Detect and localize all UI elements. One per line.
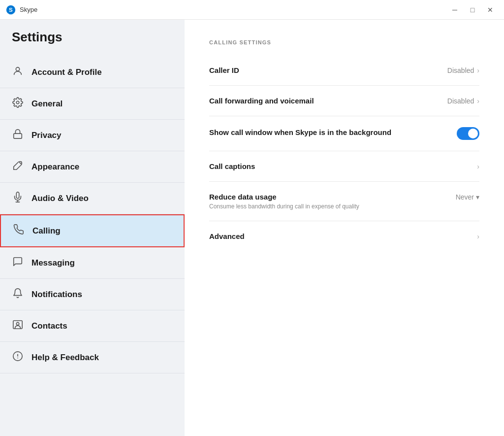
sidebar-item-audio-video-label: Audio & Video <box>32 194 89 203</box>
sidebar-item-notifications[interactable]: Notifications <box>0 279 185 310</box>
skype-logo-icon: S <box>6 5 16 15</box>
section-title: CALLING SETTINGS <box>209 39 479 45</box>
minimize-button[interactable]: ─ <box>447 4 463 16</box>
call-forwarding-label: Call forwarding and voicemail <box>209 97 314 105</box>
caller-id-chevron-icon: › <box>477 67 479 74</box>
sidebar-item-appearance-label: Appearance <box>32 162 79 172</box>
call-window-toggle[interactable] <box>457 127 479 140</box>
sidebar-item-help[interactable]: Help & Feedback <box>0 342 185 373</box>
contact-icon <box>12 319 24 333</box>
sidebar-item-messaging[interactable]: Messaging <box>0 247 185 279</box>
caller-id-value: Disabled › <box>447 67 479 74</box>
svg-rect-4 <box>14 134 22 138</box>
window-controls: ─ □ ✕ <box>447 4 498 16</box>
sidebar: Settings Account & Profile General Priva… <box>0 20 185 436</box>
reduce-data-desc: Consume less bandwidth during call in ex… <box>209 203 479 210</box>
phone-icon <box>13 224 25 237</box>
svg-text:S: S <box>9 6 13 13</box>
sidebar-item-privacy[interactable]: Privacy <box>0 120 185 151</box>
main-layout: Settings Account & Profile General Priva… <box>0 20 504 436</box>
sidebar-item-account-label: Account & Profile <box>32 67 102 77</box>
svg-point-3 <box>16 101 19 104</box>
advanced-chevron-icon: › <box>477 233 479 240</box>
call-captions-chevron-icon: › <box>477 163 479 170</box>
close-button[interactable]: ✕ <box>482 4 498 16</box>
lock-icon <box>12 129 24 142</box>
info-icon <box>12 351 24 364</box>
call-window-row: Show call window when Skype is in the ba… <box>209 116 479 151</box>
call-captions-value: › <box>477 163 479 170</box>
call-captions-label: Call captions <box>209 162 255 170</box>
reduce-data-value: Never ▾ <box>456 193 479 201</box>
sidebar-item-privacy-label: Privacy <box>32 131 62 140</box>
call-captions-row[interactable]: Call captions › <box>209 151 479 182</box>
sidebar-item-general[interactable]: General <box>0 88 185 120</box>
sidebar-item-appearance[interactable]: Appearance <box>0 151 185 183</box>
advanced-label: Advanced <box>209 232 245 240</box>
reduce-data-row: Reduce data usage Never ▾ Consume less b… <box>209 182 479 221</box>
person-icon <box>12 66 24 79</box>
call-forwarding-chevron-icon: › <box>477 97 479 105</box>
svg-point-2 <box>16 67 19 71</box>
reduce-data-header[interactable]: Reduce data usage Never ▾ <box>209 193 479 201</box>
sidebar-item-contacts[interactable]: Contacts <box>0 310 185 342</box>
microphone-icon <box>12 192 24 205</box>
sidebar-item-calling-label: Calling <box>32 226 61 236</box>
reduce-data-label: Reduce data usage <box>209 193 277 201</box>
sidebar-item-notifications-label: Notifications <box>32 290 82 300</box>
gear-icon <box>12 97 24 110</box>
caller-id-row[interactable]: Caller ID Disabled › <box>209 55 479 86</box>
sidebar-item-account[interactable]: Account & Profile <box>0 57 185 88</box>
caller-id-label: Caller ID <box>209 66 239 74</box>
bell-icon <box>12 288 24 301</box>
advanced-value: › <box>477 233 479 240</box>
title-bar: S Skype ─ □ ✕ <box>0 0 504 20</box>
call-window-label: Show call window when Skype is in the ba… <box>209 127 391 137</box>
svg-point-9 <box>16 322 19 325</box>
title-bar-left: S Skype <box>6 5 37 15</box>
call-forwarding-row[interactable]: Call forwarding and voicemail Disabled › <box>209 86 479 116</box>
call-forwarding-value: Disabled › <box>447 97 479 105</box>
svg-line-5 <box>20 163 21 164</box>
sidebar-item-help-label: Help & Feedback <box>32 353 99 363</box>
content-area: CALLING SETTINGS Caller ID Disabled › Ca… <box>185 20 504 436</box>
sidebar-item-calling[interactable]: Calling <box>0 214 185 247</box>
toggle-slider <box>457 127 479 140</box>
app-title: Skype <box>20 6 37 13</box>
sidebar-item-general-label: General <box>32 99 63 109</box>
advanced-row[interactable]: Advanced › <box>209 221 479 251</box>
chat-icon <box>12 256 24 269</box>
maximize-button[interactable]: □ <box>465 4 480 16</box>
sidebar-item-messaging-label: Messaging <box>32 258 75 268</box>
brush-icon <box>12 160 24 173</box>
sidebar-item-contacts-label: Contacts <box>32 321 67 331</box>
reduce-data-dropdown-icon: ▾ <box>476 193 479 201</box>
svg-rect-8 <box>13 321 22 329</box>
sidebar-item-audio-video[interactable]: Audio & Video <box>0 183 185 214</box>
settings-title: Settings <box>0 30 185 57</box>
